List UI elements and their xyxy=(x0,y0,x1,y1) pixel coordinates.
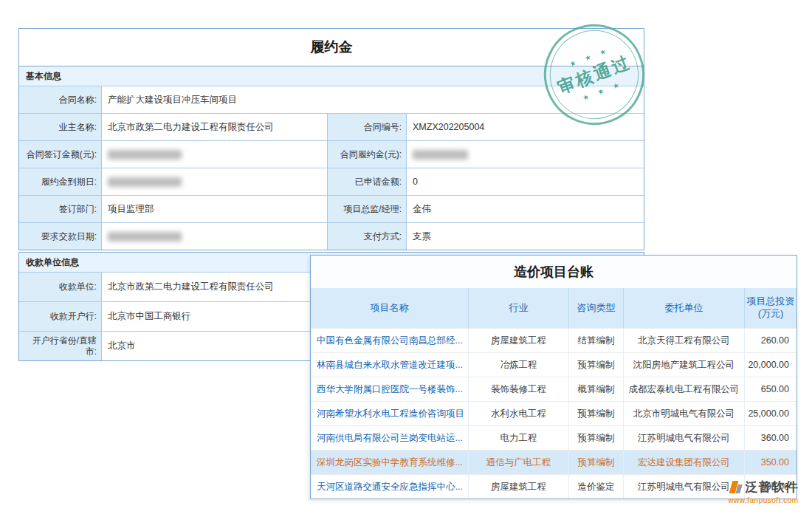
bond-due-date-value xyxy=(102,168,328,195)
col-header-industry: 行业 xyxy=(469,288,569,328)
col-header-investment: 项目总投资 (万元) xyxy=(745,288,796,328)
ledger-title: 造价项目台账 xyxy=(311,256,796,288)
table-row-selected[interactable]: 深圳龙岗区实验中学教育系统维修... 通信与广电工程 预算编制 宏达建设集团有限… xyxy=(311,450,796,474)
project-name-link[interactable]: 河南供电局有限公司兰岗变电站运... xyxy=(311,425,469,450)
brand-url[interactable]: www.fanpusoft.com xyxy=(718,496,809,504)
project-name-link[interactable]: 林南县城自来水取水管道改迁建项... xyxy=(311,352,469,377)
investment-cell: 350.00 xyxy=(745,450,796,474)
payment-method-value: 支票 xyxy=(407,222,644,250)
col-header-investment-line2: (万元) xyxy=(758,308,784,321)
payee-unit-label: 收款单位: xyxy=(19,272,102,301)
redacted-value xyxy=(108,150,182,160)
applied-amount-label: 已申请金额: xyxy=(328,168,407,195)
consult-type-cell: 造价鉴定 xyxy=(569,474,624,499)
col-header-client: 委托单位 xyxy=(624,288,745,328)
industry-cell: 通信与广电工程 xyxy=(469,450,569,474)
payee-bank-label: 收款开户行: xyxy=(19,301,102,331)
bond-due-date-label: 履约金到期日: xyxy=(19,168,102,195)
client-cell: 北京市明城电气有限公司 xyxy=(624,401,745,425)
industry-cell: 电力工程 xyxy=(469,425,569,450)
applied-amount-value: 0 xyxy=(407,168,644,195)
payment-request-date-label: 要求交款日期: xyxy=(19,222,102,250)
signed-amount-label: 合同签订金额(元): xyxy=(19,140,102,168)
table-row[interactable]: 河南供电局有限公司兰岗变电站运... 电力工程 预算编制 江苏明城电气有限公司 … xyxy=(311,425,796,450)
signing-dept-label: 签订部门: xyxy=(19,195,102,222)
industry-cell: 装饰装修工程 xyxy=(469,377,569,401)
table-row[interactable]: 西华大学附属口腔医院一号楼装饰... 装饰装修工程 概算编制 成都宏泰机电工程有… xyxy=(311,377,796,401)
signed-amount-value xyxy=(102,140,328,168)
consult-type-cell: 概算编制 xyxy=(569,377,624,401)
industry-cell: 房屋建筑工程 xyxy=(469,474,569,499)
redacted-value xyxy=(108,177,182,187)
col-header-investment-line1: 项目总投资 xyxy=(747,295,795,308)
payment-request-date-value xyxy=(102,222,328,250)
contract-number-value: XMZX202205004 xyxy=(407,113,644,140)
consult-type-cell: 预算编制 xyxy=(569,401,624,425)
screen: 履约金 基本信息 合同名称: 产能扩大建设项目冲压车间项目 业主名称: 北京市政… xyxy=(0,0,812,517)
bond-amount-label: 合同履约金(元): xyxy=(328,140,407,168)
owner-name-label: 业主名称: xyxy=(19,113,102,140)
industry-cell: 房屋建筑工程 xyxy=(469,328,569,352)
project-name-link[interactable]: 西华大学附属口腔医院一号楼装饰... xyxy=(311,377,469,401)
project-name-link[interactable]: 中国有色金属有限公司南昌总部经... xyxy=(311,328,469,352)
project-name-link[interactable]: 河南希望水利水电工程造价咨询项目 xyxy=(311,401,469,425)
fanpu-brand[interactable]: 泛普软件 www.fanpusoft.com xyxy=(718,479,809,504)
contract-number-label: 合同编号: xyxy=(328,113,407,140)
client-cell: 成都宏泰机电工程有限公司 xyxy=(624,377,745,401)
col-header-consult-type: 咨询类型 xyxy=(569,288,624,328)
investment-cell: 25,000.00 xyxy=(745,401,796,425)
basic-info-form: 合同名称: 产能扩大建设项目冲压车间项目 业主名称: 北京市政第二电力建设工程有… xyxy=(19,86,644,250)
investment-cell: 360.00 xyxy=(745,425,796,450)
industry-cell: 冶炼工程 xyxy=(469,352,569,377)
consult-type-cell: 预算编制 xyxy=(569,425,624,450)
brand-line: 泛普软件 xyxy=(718,479,809,496)
page-title: 履约金 xyxy=(19,29,644,66)
brand-name: 泛普软件 xyxy=(746,479,799,496)
bank-province-label: 开户行省份/直辖市: xyxy=(19,331,102,360)
investment-cell: 650.00 xyxy=(745,377,796,401)
table-row[interactable]: 中国有色金属有限公司南昌总部经... 房屋建筑工程 结算编制 北京天得工程有限公… xyxy=(311,328,796,352)
client-cell: 沈阳房地产建筑工程公司 xyxy=(624,352,745,377)
client-cell: 宏达建设集团有限公司 xyxy=(624,450,745,474)
consult-type-cell: 预算编制 xyxy=(569,352,624,377)
redacted-value xyxy=(108,232,182,242)
project-manager-label: 项目总监/经理: xyxy=(328,195,407,222)
signing-dept-value: 项目监理部 xyxy=(102,195,328,222)
section-header-basic-info: 基本信息 xyxy=(19,66,644,86)
col-header-project-name: 项目名称 xyxy=(311,288,469,328)
ledger-header-row: 项目名称 行业 咨询类型 委托单位 项目总投资 (万元) xyxy=(311,288,796,328)
investment-cell: 20,000.00 xyxy=(745,352,796,377)
owner-name-value: 北京市政第二电力建设工程有限责任公司 xyxy=(102,113,328,140)
contract-name-label: 合同名称: xyxy=(19,86,102,113)
cost-ledger-panel: 造价项目台账 项目名称 行业 咨询类型 委托单位 项目总投资 (万元) 中国有色… xyxy=(310,255,797,499)
performance-bond-panel: 履约金 基本信息 合同名称: 产能扩大建设项目冲压车间项目 业主名称: 北京市政… xyxy=(18,28,644,250)
consult-type-cell: 预算编制 xyxy=(569,450,624,474)
client-cell: 北京天得工程有限公司 xyxy=(624,328,745,352)
investment-cell: 260.00 xyxy=(745,328,796,352)
table-row[interactable]: 河南希望水利水电工程造价咨询项目 水利水电工程 预算编制 北京市明城电气有限公司… xyxy=(311,401,796,425)
project-manager-value: 金伟 xyxy=(407,195,644,222)
project-name-link[interactable]: 天河区道路交通安全应急指挥中心... xyxy=(311,474,469,499)
project-name-link[interactable]: 深圳龙岗区实验中学教育系统维修... xyxy=(311,450,469,474)
bond-amount-value xyxy=(407,140,644,168)
contract-name-value: 产能扩大建设项目冲压车间项目 xyxy=(102,86,644,113)
table-row[interactable]: 林南县城自来水取水管道改迁建项... 冶炼工程 预算编制 沈阳房地产建筑工程公司… xyxy=(311,352,796,377)
redacted-value xyxy=(413,150,468,160)
fanpu-logo-icon xyxy=(729,480,743,494)
payment-method-label: 支付方式: xyxy=(328,222,407,250)
industry-cell: 水利水电工程 xyxy=(469,401,569,425)
client-cell: 江苏明城电气有限公司 xyxy=(624,425,745,450)
consult-type-cell: 结算编制 xyxy=(569,328,624,352)
